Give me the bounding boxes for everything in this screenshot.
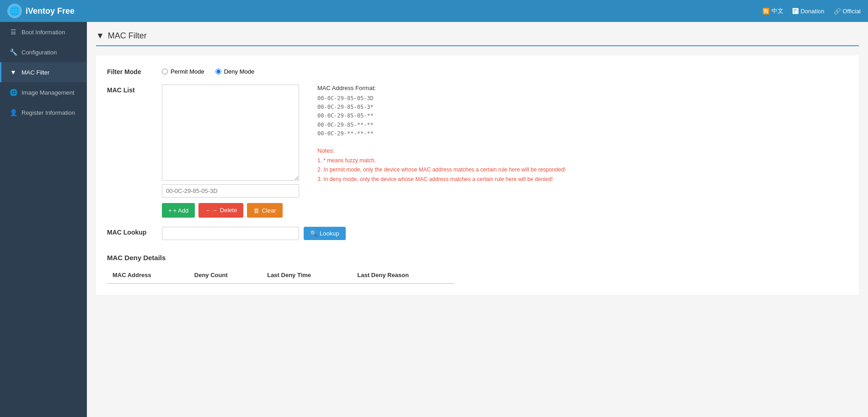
sidebar-item-boot-information[interactable]: ☰ Boot Information <box>0 22 87 42</box>
donation-icon: 🅿 <box>793 8 798 15</box>
sidebar-item-mac-filter[interactable]: ▼ MAC Filter <box>0 62 87 82</box>
donation-link[interactable]: 🅿 Donation <box>793 8 824 15</box>
mac-lookup-input[interactable] <box>162 227 299 240</box>
format-example-1: 00-0C-29-85-05-3* <box>317 103 566 112</box>
filter-mode-options: Permit Mode Deny Mode <box>162 66 848 75</box>
sidebar-label: Register Information <box>21 109 75 116</box>
mac-buttons: + + Add － － Delete 🗑 Clear <box>162 203 299 218</box>
sidebar-item-configuration[interactable]: 🔧 Configuration <box>0 42 87 62</box>
topbar: 🌐 iVentoy Free 🈶 中文 🅿 Donation 🔗 Officia… <box>0 0 868 22</box>
deny-table: MAC Address Deny Count Last Deny Time La… <box>107 267 455 284</box>
official-link[interactable]: 🔗 Official <box>834 8 861 15</box>
lookup-button[interactable]: 🔍 Lookup <box>304 227 346 240</box>
note-2: 3. In deny mode, only the device whose M… <box>317 175 566 184</box>
note-1: 2. In permit mode, only the device whose… <box>317 165 566 174</box>
filter-mode-row: Filter Mode Permit Mode Deny Mode <box>107 66 848 75</box>
add-icon: + <box>168 207 172 214</box>
mac-list-control: + + Add － － Delete 🗑 Clear <box>162 85 848 218</box>
deny-details-title: MAC Deny Details <box>107 254 848 262</box>
app-title: iVentoy Free <box>26 6 75 16</box>
search-icon: 🔍 <box>310 230 317 237</box>
deny-mode-label: Deny Mode <box>224 68 254 75</box>
lang-switch[interactable]: 🈶 中文 <box>762 7 783 15</box>
format-example-3: 00-0C-29-85-**-** <box>317 121 566 129</box>
filter-mode-label: Filter Mode <box>107 66 162 75</box>
lang-icon: 🈶 <box>762 8 770 15</box>
form-section: Filter Mode Permit Mode Deny Mode MAC Li… <box>96 55 859 295</box>
sidebar-item-image-management[interactable]: 🌐 Image Management <box>0 82 87 102</box>
mac-lookup-control: 🔍 Lookup <box>162 227 848 240</box>
logo-icon: 🌐 <box>7 4 22 18</box>
page-title-icon: ▼ <box>96 31 104 41</box>
deny-table-head: MAC Address Deny Count Last Deny Time La… <box>107 267 455 283</box>
clear-button[interactable]: 🗑 Clear <box>247 203 282 218</box>
format-example-0: 00-0C-29-85-05-3D <box>317 94 566 103</box>
deny-mode-radio[interactable] <box>215 69 221 75</box>
sidebar: ☰ Boot Information 🔧 Configuration ▼ MAC… <box>0 22 87 417</box>
page-title-text: MAC Filter <box>108 31 147 41</box>
mac-list-row: MAC List + + Add <box>107 85 848 218</box>
main-content: ▼ MAC Filter Filter Mode Permit Mode Den… <box>87 22 868 417</box>
col-mac-address: MAC Address <box>107 267 189 283</box>
wrench-icon: 🔧 <box>10 48 17 56</box>
mac-list-textarea[interactable] <box>162 85 299 181</box>
page-title: ▼ MAC Filter <box>96 31 859 46</box>
deny-details-section: MAC Deny Details MAC Address Deny Count … <box>107 254 848 284</box>
notes-section: Notes: 1. * means fuzzy match. 2. In per… <box>317 147 566 184</box>
deny-table-header-row: MAC Address Deny Count Last Deny Time La… <box>107 267 455 283</box>
mac-list-left: + + Add － － Delete 🗑 Clear <box>162 85 299 218</box>
col-last-deny-time: Last Deny Time <box>262 267 352 283</box>
trash-icon: 🗑 <box>253 207 259 214</box>
mac-format-info: MAC Address Format: 00-0C-29-85-05-3D 00… <box>317 85 566 218</box>
mac-list-container: + + Add － － Delete 🗑 Clear <box>162 85 848 218</box>
col-deny-count: Deny Count <box>189 267 262 283</box>
mac-list-label: MAC List <box>107 85 162 94</box>
layout: ☰ Boot Information 🔧 Configuration ▼ MAC… <box>0 22 868 417</box>
notes-title: Notes: <box>317 147 566 154</box>
filter-icon: ▼ <box>10 69 17 76</box>
app-logo: 🌐 iVentoy Free <box>7 4 762 18</box>
lookup-label: Lookup <box>320 230 339 237</box>
mac-lookup-row: MAC Lookup 🔍 Lookup <box>107 227 848 240</box>
sidebar-label: MAC Filter <box>21 69 49 76</box>
format-example-4: 00-0C-29-**-**-** <box>317 129 566 138</box>
user-icon: 👤 <box>10 109 17 116</box>
deny-mode-option[interactable]: Deny Mode <box>215 68 254 75</box>
mac-lookup-label: MAC Lookup <box>107 227 162 236</box>
mac-input[interactable] <box>162 184 299 198</box>
sidebar-label: Image Management <box>21 89 75 96</box>
globe-icon: 🌐 <box>10 89 17 96</box>
permit-mode-radio[interactable] <box>162 69 168 75</box>
format-example-2: 00-0C-29-85-05-** <box>317 112 566 120</box>
format-title: MAC Address Format: <box>317 85 566 91</box>
minus-icon: － <box>205 206 211 214</box>
add-button[interactable]: + + Add <box>162 203 195 218</box>
permit-mode-label: Permit Mode <box>171 68 204 75</box>
sidebar-item-register-information[interactable]: 👤 Register Information <box>0 102 87 123</box>
note-0: 1. * means fuzzy match. <box>317 156 566 165</box>
col-last-deny-reason: Last Deny Reason <box>352 267 455 283</box>
sidebar-label: Boot Information <box>21 29 65 36</box>
topbar-right: 🈶 中文 🅿 Donation 🔗 Official <box>762 7 861 15</box>
official-icon: 🔗 <box>834 8 841 15</box>
sidebar-label: Configuration <box>21 49 57 56</box>
permit-mode-option[interactable]: Permit Mode <box>162 68 204 75</box>
list-icon: ☰ <box>10 28 17 36</box>
delete-button[interactable]: － － Delete <box>198 203 243 218</box>
